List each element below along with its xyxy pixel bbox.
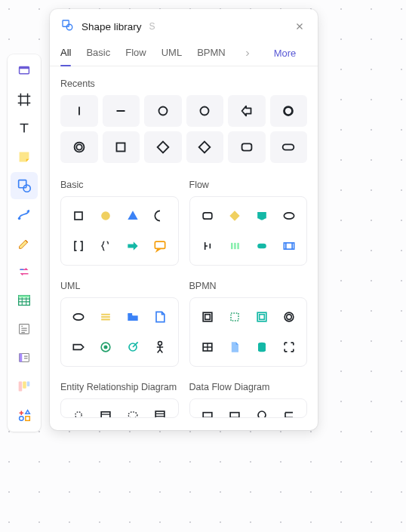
dfd-rect-2[interactable] bbox=[225, 404, 245, 418]
basic-braces[interactable] bbox=[96, 235, 115, 257]
bpmn-group bbox=[189, 297, 308, 367]
bpmn-table[interactable] bbox=[198, 336, 217, 358]
shapes-tool[interactable] bbox=[11, 172, 38, 199]
uml-menu[interactable] bbox=[96, 306, 115, 328]
svg-point-50 bbox=[75, 412, 82, 418]
bpmn-file[interactable] bbox=[225, 336, 245, 358]
svg-rect-54 bbox=[203, 413, 212, 418]
panel-body: Recents Basic bbox=[50, 66, 318, 430]
svg-rect-23 bbox=[241, 143, 251, 150]
svg-point-40 bbox=[158, 342, 162, 346]
basic-brackets[interactable] bbox=[69, 235, 88, 257]
tab-bpmn[interactable]: BPMN bbox=[197, 41, 226, 66]
erd-card[interactable] bbox=[96, 404, 115, 418]
recent-circle-1[interactable] bbox=[144, 95, 182, 127]
text-block-tool[interactable] bbox=[11, 315, 38, 343]
svg-rect-45 bbox=[259, 315, 264, 320]
svg-point-4 bbox=[18, 217, 21, 220]
recent-arrow-left[interactable] bbox=[228, 95, 266, 127]
dfd-circle[interactable] bbox=[252, 404, 272, 418]
bpmn-double-circle[interactable] bbox=[279, 306, 299, 328]
tab-uml[interactable]: UML bbox=[161, 41, 182, 66]
recent-pill[interactable] bbox=[270, 131, 308, 163]
sticky-note-tool[interactable] bbox=[11, 143, 38, 171]
flow-parallel[interactable] bbox=[225, 235, 245, 257]
uml-target[interactable] bbox=[123, 336, 143, 358]
recent-diamond-1[interactable] bbox=[144, 131, 182, 163]
recent-double-circle[interactable] bbox=[60, 131, 98, 163]
svg-rect-24 bbox=[283, 144, 294, 149]
recents-grid bbox=[60, 95, 307, 163]
shape-library-icon bbox=[60, 18, 74, 35]
flow-capsule[interactable] bbox=[252, 235, 272, 257]
flow-ellipse[interactable] bbox=[279, 204, 299, 227]
recent-diamond-2[interactable] bbox=[186, 131, 224, 163]
erd-oval[interactable] bbox=[123, 404, 143, 418]
uml-actor[interactable] bbox=[150, 336, 170, 358]
svg-rect-31 bbox=[234, 243, 236, 249]
frame-tool[interactable] bbox=[11, 86, 38, 113]
svg-rect-14 bbox=[26, 417, 30, 421]
basic-square[interactable] bbox=[69, 204, 88, 227]
text-tool[interactable] bbox=[11, 115, 38, 142]
pen-tool[interactable] bbox=[11, 229, 38, 257]
close-icon bbox=[294, 21, 305, 32]
flow-indent[interactable] bbox=[198, 235, 217, 257]
flow-diamond[interactable] bbox=[225, 204, 245, 227]
recent-line-horizontal[interactable] bbox=[103, 95, 140, 127]
section-dfd-label: Data Flow Diagram bbox=[189, 382, 308, 392]
dfd-bracket[interactable] bbox=[279, 404, 299, 418]
bpmn-square-dashed[interactable] bbox=[225, 306, 245, 328]
basic-triangle[interactable] bbox=[123, 204, 143, 227]
recent-line-vertical[interactable] bbox=[60, 95, 98, 127]
recent-circle-bold[interactable] bbox=[270, 95, 308, 127]
uml-page[interactable] bbox=[150, 306, 170, 328]
kanban-tool[interactable] bbox=[11, 373, 38, 400]
bpmn-square-inner[interactable] bbox=[198, 306, 217, 328]
tabs-scroll-right[interactable] bbox=[241, 47, 254, 60]
chevron-right-icon bbox=[243, 49, 252, 58]
select-tool[interactable] bbox=[11, 57, 38, 85]
svg-point-19 bbox=[285, 107, 293, 115]
recent-rounded-rect[interactable] bbox=[228, 131, 266, 163]
bpmn-cylinder[interactable] bbox=[252, 336, 272, 358]
more-shapes-tool[interactable] bbox=[11, 401, 38, 429]
tabs-more[interactable]: More bbox=[274, 48, 297, 59]
close-button[interactable] bbox=[292, 19, 307, 34]
flow-document[interactable] bbox=[252, 204, 272, 227]
svg-point-29 bbox=[284, 213, 294, 219]
basic-arrow-right[interactable] bbox=[123, 235, 143, 257]
tab-flow[interactable]: Flow bbox=[125, 41, 146, 66]
recent-circle-2[interactable] bbox=[186, 95, 224, 127]
table-tool[interactable] bbox=[11, 287, 38, 314]
panel-header: Shape library S bbox=[50, 9, 318, 41]
dfd-rect-1[interactable] bbox=[198, 404, 217, 418]
connector-tool[interactable] bbox=[11, 201, 38, 228]
svg-point-17 bbox=[158, 107, 167, 115]
swap-tool[interactable] bbox=[11, 258, 38, 285]
flow-rounded-rect[interactable] bbox=[198, 204, 217, 227]
left-toolbar bbox=[8, 54, 41, 432]
uml-folder[interactable] bbox=[123, 306, 143, 328]
bpmn-expand[interactable] bbox=[279, 336, 299, 358]
svg-rect-12 bbox=[27, 382, 30, 386]
uml-circle-dot[interactable] bbox=[96, 336, 115, 358]
tab-all[interactable]: All bbox=[60, 41, 71, 66]
uml-tag[interactable] bbox=[69, 336, 88, 358]
svg-rect-42 bbox=[205, 315, 210, 320]
recent-square[interactable] bbox=[103, 131, 140, 163]
svg-point-52 bbox=[128, 412, 137, 418]
bpmn-square-double[interactable] bbox=[252, 306, 272, 328]
section-bpmn-label: BPMN bbox=[189, 281, 308, 291]
erd-gear[interactable] bbox=[69, 404, 88, 418]
section-uml-label: UML bbox=[60, 281, 179, 291]
tab-basic[interactable]: Basic bbox=[86, 41, 110, 66]
card-tool[interactable] bbox=[11, 344, 38, 371]
basic-circle-filled[interactable] bbox=[96, 204, 115, 227]
erd-grid[interactable] bbox=[150, 404, 170, 418]
uml-ellipse[interactable] bbox=[69, 306, 88, 328]
basic-crescent[interactable] bbox=[150, 204, 170, 227]
basic-callout[interactable] bbox=[150, 235, 170, 257]
svg-point-26 bbox=[101, 211, 110, 220]
flow-subroutine[interactable] bbox=[279, 235, 299, 257]
